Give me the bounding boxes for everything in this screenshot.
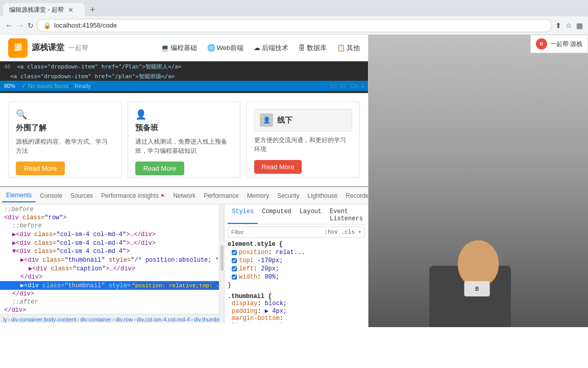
dom-line[interactable]: ▶<div class="caption">…</div> (0, 264, 219, 273)
dom-scrollbar[interactable] (219, 204, 225, 323)
tab-security[interactable]: Security (273, 190, 303, 202)
logo: 源 源栈课堂 一起帮 (8, 38, 88, 58)
back-button[interactable]: ← (5, 21, 13, 30)
dom-panel: ::before <div class="row"> ::before ▶<di… (0, 204, 219, 323)
tab-network[interactable]: Network (169, 190, 200, 202)
computer-icon: 💻 (161, 44, 169, 52)
dom-line[interactable]: </div> (0, 273, 219, 281)
logo-sub: 一起帮 (68, 43, 88, 53)
dom-line[interactable]: </div> (0, 306, 219, 314)
prop-top-checkbox[interactable] (232, 258, 237, 263)
status-check: ✓ No issues found (21, 83, 68, 89)
prop-left-checkbox[interactable] (232, 266, 237, 271)
prop-width-text: width: 80%; (239, 273, 279, 281)
bc-item-3[interactable]: div.container (80, 316, 112, 323)
bc-sep: › (191, 316, 193, 323)
filter-input[interactable] (231, 229, 322, 235)
site-header: 源 源栈课堂 一起帮 💻 编程基础 🌐 Web前端 ☁ 后端技术 🗄 (0, 35, 368, 61)
tab-perf-insights[interactable]: Performance insights ⚑ (97, 190, 169, 202)
nav-backend[interactable]: ☁ 后端技术 (254, 43, 288, 53)
tab-console[interactable]: Console (36, 190, 66, 202)
code-status-bar: 80% ✓ No issues found Ready Ln: 22 Ch: 4 (0, 81, 368, 91)
prop-width-checkbox[interactable] (232, 274, 237, 280)
dom-line[interactable]: ::after (0, 298, 219, 306)
tab-layout[interactable]: Layout (296, 206, 326, 224)
tab-title: 编辑源栈课堂 - 起帮 (9, 6, 64, 14)
other-icon: 📋 (337, 44, 345, 52)
dom-line[interactable]: ▶<div class="col-sm-4 col-md-4">…</div> (0, 230, 219, 239)
nav-other[interactable]: 📋 其他 (337, 43, 360, 53)
prop-position-text: position: relat... (239, 249, 305, 256)
url-text[interactable]: localhost:41958/code (54, 21, 117, 29)
lock-icon: 🔒 (43, 22, 51, 29)
sidebar-icon[interactable]: ▦ (576, 21, 583, 30)
main-area: 源 源栈课堂 一起帮 💻 编程基础 🌐 Web前端 ☁ 后端技术 🗄 (0, 35, 588, 327)
dom-line[interactable]: ::before (0, 222, 219, 230)
bookmark-icon[interactable]: ☆ (566, 21, 572, 30)
card-3-btn[interactable]: Read More (254, 160, 301, 174)
tab-computed[interactable]: Computed (258, 206, 296, 224)
tab-dom-breakpoints[interactable]: DOM Breakpoints (367, 206, 368, 224)
card-1-btn[interactable]: Read More (16, 162, 65, 175)
bc-sep: › (134, 316, 136, 323)
bc-item-5[interactable]: div.col-sm-4.col-md-4 (137, 316, 190, 323)
tab-lighthouse[interactable]: Lighthouse (304, 190, 342, 202)
bc-item-4[interactable]: div.row (115, 316, 133, 323)
bc-item-1[interactable]: ly (3, 316, 7, 323)
forward-button[interactable]: → (16, 21, 24, 30)
card-3: 👤 线下 更方便的交流沟通，和更好的学习环境 Read More (247, 101, 360, 178)
card-1-icon: 🔍 (16, 109, 114, 120)
thumb-prop-lh: line-height: 1.... (232, 322, 365, 323)
url-bar[interactable]: 🔒 localhost:41958/code (37, 19, 552, 32)
bc-sep: › (8, 316, 10, 323)
filter-bar: :hov .cls + (228, 226, 365, 238)
percent-display: 80% (4, 83, 15, 89)
prop-width: width: 80%; (228, 273, 365, 281)
dom-line-selected[interactable]: ▶<div class="thumbnail" style="position:… (0, 281, 219, 290)
close-icon[interactable]: ✕ (68, 6, 74, 14)
nav-web[interactable]: 🌐 Web前端 (207, 43, 244, 53)
tab-memory[interactable]: Memory (243, 190, 273, 202)
code-line-2: <a class="dropdown-item" href="/plan">智能… (10, 73, 175, 80)
tab-bar: 编辑源栈课堂 - 起帮 ✕ + (0, 0, 588, 16)
tab-elements[interactable]: Elements (2, 189, 36, 202)
styles-tabs: Styles Computed Layout Event Listeners D… (228, 206, 365, 224)
active-tab[interactable]: 编辑源栈课堂 - 起帮 ✕ (3, 3, 85, 16)
nav-biancheng[interactable]: 💻 编程基础 (161, 43, 197, 53)
dom-line[interactable]: ▼<div class="col-sm 4 col-md 4"> (0, 247, 219, 256)
video-area: B 一起帮·源栈 B (369, 35, 588, 327)
prop-position: position: relat... (228, 249, 365, 256)
card-2-btn[interactable]: Read More (135, 162, 184, 175)
scroll-thumb[interactable] (220, 245, 224, 271)
video-logo-icon: B (536, 38, 547, 50)
element-style-selector: element.style { (228, 241, 365, 248)
filter-pseudo-options[interactable]: :hov .cls + (324, 229, 361, 235)
tab-sources[interactable]: Sources (66, 190, 97, 202)
line-number: 46 (4, 63, 11, 70)
dom-line[interactable]: ▶<div class="col-sm-4 col-md-4">…</div> (0, 239, 219, 247)
element-style-block: element.style { position: relat... top: … (228, 241, 365, 289)
bc-item-2[interactable]: div.container.body-content (11, 316, 77, 323)
check-icon: ✓ (21, 83, 26, 89)
prop-position-checkbox[interactable] (232, 250, 237, 255)
reload-button[interactable]: ↻ (28, 21, 34, 30)
site-nav: 💻 编程基础 🌐 Web前端 ☁ 后端技术 🗄 数据库 📋 其他 (161, 43, 360, 53)
cards-section: 🔍 外围了解 源栈的课程内容、教学方式、学习方法 Read More 👤 预备班… (0, 93, 368, 186)
tab-event-listeners[interactable]: Event Listeners (326, 206, 367, 224)
ln-col: Ln: 22 Ch: 4 (330, 83, 364, 89)
devtools: Elements Console Sources Performance ins… (0, 186, 368, 323)
dom-line[interactable]: <div class="row"> (0, 214, 219, 222)
nav-database[interactable]: 🗄 数据库 (299, 43, 327, 53)
tab-performance[interactable]: Performance (200, 190, 243, 202)
card-3-inner-box: 👤 线下 (254, 109, 352, 131)
card-2: 👤 预备班 通过入栈测试，免费进入线上预备班，学习编程基础知识 Read Mor… (128, 101, 241, 178)
dom-line[interactable]: </div> (0, 290, 219, 298)
tab-recorder[interactable]: Recorder ⚑ (341, 190, 368, 202)
tab-styles[interactable]: Styles (228, 206, 258, 224)
new-tab-button[interactable]: + (86, 3, 100, 16)
dom-line[interactable]: ::before (0, 205, 219, 214)
video-background: B (369, 35, 588, 327)
share-icon[interactable]: ⬆ (555, 21, 561, 30)
bc-item-6[interactable]: div.thumbnail (194, 316, 219, 323)
dom-line[interactable]: ▶<div class="thumbnail" style="/* positi… (0, 256, 219, 264)
